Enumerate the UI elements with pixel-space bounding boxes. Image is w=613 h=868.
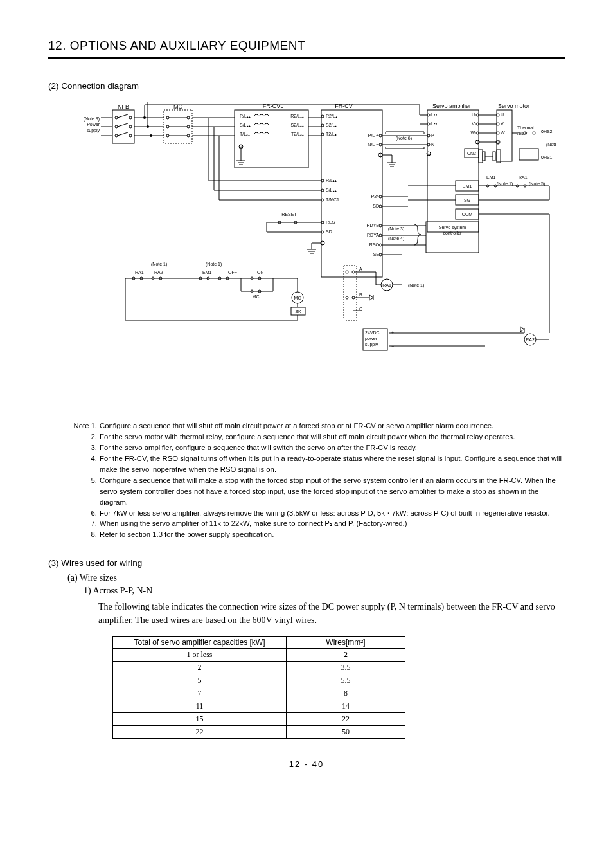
- svg-point-13: [129, 125, 132, 128]
- svg-text:Servo motor: Servo motor: [498, 103, 529, 109]
- svg-text:R2/L₁₂: R2/L₁₂: [290, 114, 304, 118]
- svg-text:(Note 2): (Note 2): [546, 142, 556, 147]
- svg-text:supply: supply: [365, 342, 378, 347]
- svg-point-11: [129, 116, 132, 119]
- svg-text:RA2: RA2: [526, 338, 535, 342]
- svg-text:MC: MC: [294, 296, 301, 300]
- svg-point-238: [352, 271, 355, 273]
- svg-text:P24: P24: [371, 194, 380, 199]
- svg-point-77: [321, 189, 324, 192]
- svg-text:Servo amplifier: Servo amplifier: [432, 103, 471, 109]
- svg-text:RSO: RSO: [369, 242, 380, 247]
- svg-text:(Note 3): (Note 3): [388, 226, 404, 231]
- svg-point-31: [166, 134, 169, 137]
- svg-text:ON: ON: [257, 270, 264, 275]
- table-header-capacity: Total of servo amplifier capacities [kW]: [113, 637, 287, 649]
- subsection-a: (a) Wire sizes: [67, 573, 565, 583]
- svg-text:S/L₂₁: S/L₂₁: [240, 123, 251, 127]
- svg-point-146: [497, 114, 499, 116]
- svg-text:SG: SG: [464, 198, 470, 203]
- svg-text:(Note 8)Powersupply: (Note 8)Powersupply: [84, 116, 100, 133]
- svg-text:EM1: EM1: [463, 184, 472, 188]
- chapter-title: 12. OPTIONS AND AUXILIARY EQUIPMENT: [48, 39, 565, 59]
- svg-text:(Note 1): (Note 1): [408, 283, 424, 288]
- note-3: For the servo amplifier, configure a seq…: [100, 442, 565, 453]
- svg-point-26: [150, 134, 152, 137]
- svg-text:RA2: RA2: [154, 270, 163, 275]
- svg-text:RDYB: RDYB: [367, 223, 380, 228]
- svg-rect-126: [479, 150, 483, 163]
- svg-text:RESET: RESET: [281, 212, 297, 217]
- svg-text:FR-CVL: FR-CVL: [263, 103, 284, 109]
- svg-point-99: [379, 234, 382, 237]
- svg-text:Thermalrelay: Thermalrelay: [517, 125, 534, 136]
- svg-point-237: [346, 271, 348, 273]
- page-number: 12 - 40: [48, 759, 565, 769]
- svg-text:V: V: [501, 122, 504, 126]
- svg-point-148: [497, 132, 499, 134]
- svg-text:S2/L₂: S2/L₂: [326, 123, 337, 127]
- svg-text:SE: SE: [373, 252, 380, 257]
- svg-text:OFF: OFF: [228, 270, 237, 275]
- svg-text:power: power: [365, 336, 378, 341]
- svg-point-82: [321, 231, 324, 233]
- svg-text:SD: SD: [326, 230, 332, 234]
- table-row: 78: [113, 687, 405, 700]
- svg-text:COM: COM: [462, 212, 473, 217]
- note-6: For 7kW or less servo amplifier, always …: [100, 508, 565, 519]
- svg-text:W: W: [470, 131, 475, 135]
- svg-text:L₁₁: L₁₁: [431, 113, 438, 117]
- section-3-heading: (3) Wires used for wiring: [48, 558, 565, 568]
- svg-text:(Note 4): (Note 4): [388, 236, 404, 241]
- table-row: 23.5: [113, 662, 405, 674]
- svg-point-120: [476, 123, 479, 125]
- svg-point-10: [115, 116, 118, 119]
- note-4: For the FR-CV, the RSO signal turns off …: [100, 453, 565, 475]
- svg-rect-5: [112, 110, 134, 143]
- svg-text:0HS2: 0HS2: [541, 129, 553, 134]
- table-row: 1 or less2: [113, 649, 405, 662]
- svg-text:FR-CV: FR-CV: [335, 103, 353, 109]
- table-row: 1114: [113, 700, 405, 713]
- connection-diagram: FR-CVL FR-CV Servo amplifier Servo motor…: [67, 98, 565, 409]
- svg-point-81: [321, 221, 324, 224]
- svg-point-64: [379, 134, 382, 137]
- svg-point-30: [187, 125, 190, 128]
- svg-text:V: V: [472, 122, 475, 126]
- note-5: Configure a sequence that will make a st…: [100, 475, 565, 508]
- svg-point-61: [321, 115, 324, 118]
- svg-point-110: [427, 114, 430, 116]
- svg-text:R2/L₁: R2/L₁: [326, 114, 337, 118]
- svg-point-15: [129, 134, 132, 137]
- wiring-diagram-svg: FR-CVL FR-CV Servo amplifier Servo motor…: [67, 98, 556, 407]
- svg-point-100: [379, 244, 382, 246]
- svg-text:RA1: RA1: [135, 270, 144, 275]
- svg-text:N/L −: N/L −: [368, 142, 378, 147]
- svg-text:0HS1: 0HS1: [541, 155, 553, 159]
- svg-text:Servo systemcontroller: Servo systemcontroller: [439, 225, 466, 235]
- svg-text:L₂₁: L₂₁: [431, 122, 438, 126]
- svg-text:W: W: [501, 131, 505, 135]
- svg-point-239: [346, 296, 348, 299]
- svg-text:R/L₁₁: R/L₁₁: [240, 114, 251, 118]
- note-8: Refer to section 1.3 for the power suppl…: [100, 529, 565, 540]
- svg-text:P/L +: P/L +: [368, 133, 378, 138]
- table-row: 2250: [113, 726, 405, 739]
- note-2: For the servo motor with thermal relay, …: [100, 431, 565, 442]
- svg-rect-36: [235, 110, 308, 168]
- svg-text:(Note 6): (Note 6): [396, 136, 412, 141]
- svg-point-147: [497, 123, 499, 125]
- svg-text:T2/L₃: T2/L₃: [326, 132, 337, 136]
- svg-text:B: B: [359, 293, 362, 297]
- svg-text:U: U: [472, 113, 475, 117]
- svg-text:EM1: EM1: [486, 175, 496, 179]
- svg-text:S/L₂₁: S/L₂₁: [326, 188, 337, 192]
- svg-point-119: [476, 114, 479, 116]
- svg-line-18: [118, 132, 128, 136]
- wire-size-table: Total of servo amplifier capacities [kW]…: [112, 636, 405, 739]
- svg-rect-155: [497, 150, 501, 163]
- svg-text:EM1: EM1: [202, 270, 212, 275]
- table-row: 1522: [113, 713, 405, 726]
- svg-rect-156: [493, 152, 495, 161]
- svg-text:RES: RES: [326, 220, 335, 224]
